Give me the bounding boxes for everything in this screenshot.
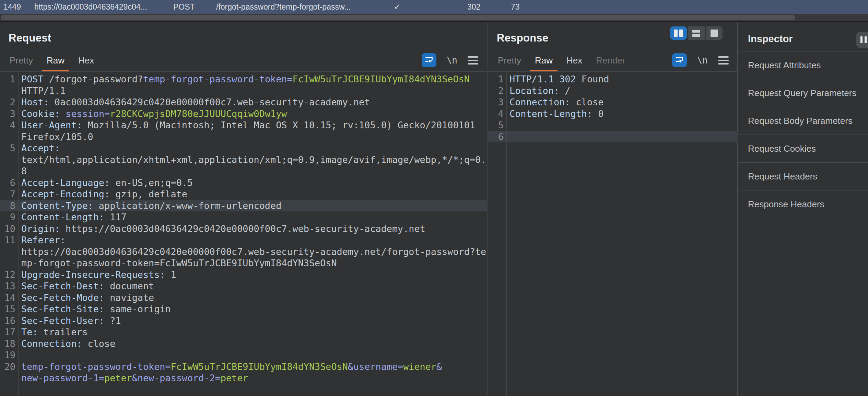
response-editor-tools: \n	[672, 53, 729, 67]
code-row: 4User-Agent: Mozilla/5.0 (Macintosh; Int…	[0, 119, 487, 131]
line-number: 5	[0, 142, 18, 154]
line-number: 20	[0, 361, 18, 373]
tab-raw[interactable]: Raw	[40, 55, 71, 71]
request-editor[interactable]: 1POST /forgot-password?temp-forgot-passw…	[0, 72, 487, 396]
inspector-panel: Inspector Request AttributesRequest Quer…	[737, 22, 868, 396]
inspector-section-list: Request AttributesRequest Query Paramete…	[738, 51, 868, 218]
line-number: 4	[0, 119, 18, 131]
line-number: 15	[0, 303, 18, 315]
tab-raw[interactable]: Raw	[528, 55, 560, 71]
code-row: 7Accept-Encoding: gzip, deflate	[0, 188, 487, 200]
code-row: 2Host: 0ac0003d04636429c0420e00000f00c7.…	[0, 96, 487, 108]
line-number: 3	[0, 108, 18, 120]
code-row: 4Content-Length: 0	[488, 108, 738, 120]
code-row: 3Connection: close	[488, 96, 738, 108]
request-tabs: Pretty Raw Hex	[3, 55, 101, 71]
code-row: 1POST /forgot-password?temp-forgot-passw…	[0, 73, 487, 85]
code-row: 15Sec-Fetch-Site: same-origin	[0, 303, 487, 315]
inspector-item[interactable]: Request Attributes	[738, 51, 868, 79]
line-number	[0, 85, 18, 97]
line-number: 14	[0, 292, 18, 304]
code-row: 10Origin: https://0ac0003d04636429c0420e…	[0, 223, 487, 235]
scrollbar-thumb[interactable]	[1, 15, 795, 20]
line-number	[0, 165, 18, 177]
word-wrap-icon	[424, 55, 434, 66]
line-number: 2	[488, 85, 506, 97]
line-number: 8	[0, 200, 18, 212]
tab-pretty[interactable]: Pretty	[3, 55, 40, 71]
history-row-method: POST	[173, 0, 195, 14]
line-number: 6	[0, 177, 18, 189]
history-row-url: https://0ac0003d04636429c04...	[34, 0, 147, 14]
tab-render[interactable]: Render	[589, 55, 632, 71]
editor-menu-icon[interactable]	[468, 56, 478, 65]
request-title: Request	[9, 32, 51, 44]
inspector-item[interactable]: Response Headers	[738, 190, 868, 218]
history-row-path: /forgot-password?temp-forgot-passw...	[216, 0, 351, 14]
tab-hex[interactable]: Hex	[71, 55, 101, 71]
code-row: 14Sec-Fetch-Mode: navigate	[0, 292, 487, 304]
response-title: Response	[497, 32, 549, 44]
line-number: 3	[488, 96, 506, 108]
response-editor[interactable]: 1HTTP/1.1 302 Found2Location: /3Connecti…	[488, 72, 738, 396]
word-wrap-icon	[675, 55, 684, 66]
code-row: 5Accept:	[0, 142, 487, 154]
code-row: 13Sec-Fetch-Dest: document	[0, 280, 487, 292]
newline-toggle-button[interactable]: \n	[697, 55, 708, 66]
line-number: 5	[488, 119, 506, 131]
line-number: 1	[488, 73, 506, 85]
line-number: 7	[0, 188, 18, 200]
code-row: 3Cookie: session=r28CKCwpjsDM780eJJUUUCq…	[0, 108, 487, 120]
checkmark-icon: ✓	[394, 0, 400, 14]
code-row: new-password-1=peter&new-password-2=pete…	[0, 372, 487, 384]
word-wrap-toggle-button[interactable]	[672, 53, 687, 67]
code-row: 12Upgrade-Insecure-Requests: 1	[0, 269, 487, 281]
history-horizontal-scrollbar[interactable]	[0, 14, 868, 22]
inspector-item[interactable]: Request Query Parameters	[738, 79, 868, 107]
line-number: 17	[0, 326, 18, 338]
history-row-number: 1449	[3, 0, 21, 14]
line-number: 1	[0, 73, 18, 85]
tab-hex[interactable]: Hex	[560, 55, 589, 71]
word-wrap-toggle-button[interactable]	[422, 53, 436, 67]
line-number: 11	[0, 234, 18, 246]
inspector-item[interactable]: Request Body Parameters	[738, 107, 868, 135]
code-row: Firefox/105.0	[0, 131, 487, 143]
code-row: 6Accept-Language: en-US,en;q=0.5	[0, 177, 487, 189]
inspector-item[interactable]: Request Cookies	[738, 135, 868, 163]
request-panel: Request Pretty Raw Hex \n 1POST /forgot-…	[0, 22, 487, 396]
line-number	[0, 257, 18, 269]
code-row: mp-forgot-password-token=FcIwW5uTrJCBE9I…	[0, 257, 487, 269]
history-row-selected[interactable]: 1449 https://0ac0003d04636429c04... POST…	[0, 0, 868, 14]
code-row: 6	[488, 131, 738, 143]
tab-pretty[interactable]: Pretty	[491, 55, 528, 71]
code-row: 8Content-Type: application/x-www-form-ur…	[0, 200, 487, 212]
line-number	[0, 154, 18, 166]
request-panel-header: Request Pretty Raw Hex \n	[0, 22, 487, 72]
code-row: 16Sec-Fetch-User: ?1	[0, 315, 487, 327]
editor-menu-icon[interactable]	[718, 56, 729, 65]
inspector-collapse-button[interactable]	[856, 32, 868, 48]
line-number: 18	[0, 338, 18, 350]
code-row: text/html,application/xhtml+xml,applicat…	[0, 154, 487, 166]
code-row: 2Location: /	[488, 85, 738, 97]
history-row-status: 302	[467, 0, 480, 14]
code-row: 18Connection: close	[0, 338, 487, 350]
line-number	[0, 246, 18, 258]
inspector-item[interactable]: Request Headers	[738, 163, 868, 190]
line-number: 13	[0, 280, 18, 292]
line-number: 6	[488, 131, 506, 143]
code-row: HTTP/1.1	[0, 85, 487, 97]
code-row: 9Content-Length: 117	[0, 211, 487, 223]
request-editor-tools: \n	[422, 53, 478, 67]
history-row-length: 73	[511, 0, 520, 14]
inspector-title: Inspector	[748, 33, 793, 45]
line-number: 9	[0, 211, 18, 223]
code-row: 5	[488, 119, 738, 131]
line-number: 2	[0, 96, 18, 108]
line-number: 12	[0, 269, 18, 281]
line-number: 10	[0, 223, 18, 235]
newline-toggle-button[interactable]: \n	[447, 55, 457, 66]
code-row: 17Te: trailers	[0, 326, 487, 338]
code-row: 8	[0, 165, 487, 177]
